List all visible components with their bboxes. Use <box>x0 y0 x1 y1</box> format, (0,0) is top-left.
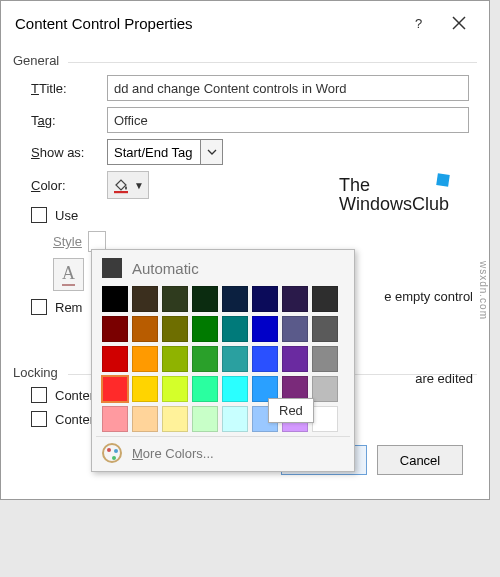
automatic-label: Automatic <box>132 260 199 277</box>
color-swatch[interactable] <box>102 316 128 342</box>
color-swatch[interactable] <box>132 346 158 372</box>
color-swatch[interactable] <box>222 406 248 432</box>
color-swatch[interactable] <box>102 286 128 312</box>
color-swatch[interactable] <box>102 346 128 372</box>
close-icon <box>452 16 466 30</box>
row-tag: Tag: <box>31 107 469 133</box>
color-swatch[interactable] <box>162 286 188 312</box>
tag-label: Tag: <box>31 113 101 128</box>
color-swatch[interactable] <box>162 316 188 342</box>
title-label: TTitle: <box>31 81 101 96</box>
group-general-label: General <box>13 53 477 68</box>
watermark-square-icon <box>436 173 450 187</box>
use-style-label-right: e empty control <box>384 289 473 304</box>
color-swatch[interactable] <box>252 286 278 312</box>
color-swatch[interactable] <box>282 286 308 312</box>
showas-dropdown-button[interactable] <box>200 140 222 164</box>
color-swatch[interactable] <box>222 376 248 402</box>
color-swatch[interactable] <box>132 376 158 402</box>
color-swatch[interactable] <box>132 406 158 432</box>
color-swatch[interactable] <box>192 346 218 372</box>
tag-input[interactable] <box>107 107 469 133</box>
color-tooltip: Red <box>268 398 314 423</box>
chevron-down-icon: ▼ <box>134 180 144 191</box>
color-swatch[interactable] <box>252 316 278 342</box>
color-swatch[interactable] <box>132 316 158 342</box>
color-swatch[interactable] <box>312 376 338 402</box>
close-button[interactable] <box>439 9 479 37</box>
titlebar: Content Control Properties ? <box>1 1 489 45</box>
watermark-windowsclub: The WindowsClub <box>339 176 449 214</box>
color-swatch[interactable] <box>162 346 188 372</box>
automatic-swatch-icon <box>102 258 122 278</box>
color-swatch[interactable] <box>312 406 338 432</box>
use-style-checkbox[interactable] <box>31 207 47 223</box>
help-icon: ? <box>412 14 426 32</box>
color-swatch[interactable] <box>312 316 338 342</box>
color-swatch[interactable] <box>252 346 278 372</box>
cancel-button[interactable]: Cancel <box>377 445 463 475</box>
color-swatch[interactable] <box>312 346 338 372</box>
color-swatch[interactable] <box>102 376 128 402</box>
color-swatch[interactable] <box>192 406 218 432</box>
new-style-button: A <box>53 258 84 291</box>
remove-label-left: Rem <box>55 300 82 315</box>
svg-text:?: ? <box>415 16 422 31</box>
row-showas: Show as: Start/End Tag <box>31 139 469 165</box>
color-button[interactable]: ▼ <box>107 171 149 199</box>
color-swatch[interactable] <box>192 316 218 342</box>
cannot-delete-checkbox[interactable] <box>31 387 47 403</box>
color-swatch[interactable] <box>162 406 188 432</box>
more-colors-label: More Colors... <box>132 446 214 461</box>
new-style-icon: A <box>62 263 75 286</box>
showas-label: Show as: <box>31 145 101 160</box>
palette-icon <box>102 443 122 463</box>
color-swatch[interactable] <box>102 406 128 432</box>
color-picker-popup: Automatic Red More Colors... <box>91 249 355 472</box>
remove-checkbox[interactable] <box>31 299 47 315</box>
color-swatch[interactable] <box>192 376 218 402</box>
style-label: Style <box>53 234 82 249</box>
help-button[interactable]: ? <box>399 9 439 37</box>
color-swatch[interactable] <box>222 286 248 312</box>
color-swatch[interactable] <box>132 286 158 312</box>
dialog-content-control-properties: Content Control Properties ? General TTi… <box>0 0 490 500</box>
remove-label-right: are edited <box>415 371 473 386</box>
source-watermark: wsxdn.com <box>478 261 489 320</box>
color-swatch[interactable] <box>222 346 248 372</box>
cannot-edit-checkbox[interactable] <box>31 411 47 427</box>
color-swatch[interactable] <box>222 316 248 342</box>
color-automatic-item[interactable]: Automatic <box>96 254 350 282</box>
title-input[interactable] <box>107 75 469 101</box>
showas-combo[interactable]: Start/End Tag <box>107 139 223 165</box>
more-colors-item[interactable]: More Colors... <box>96 436 350 467</box>
group-general-divider <box>68 62 477 63</box>
dialog-title: Content Control Properties <box>15 15 399 32</box>
color-swatch[interactable] <box>192 286 218 312</box>
color-swatch[interactable] <box>282 316 308 342</box>
color-swatch[interactable] <box>312 286 338 312</box>
color-swatch[interactable] <box>162 376 188 402</box>
color-swatch[interactable] <box>282 346 308 372</box>
use-style-label-left: Use <box>55 208 78 223</box>
row-title: TTitle: <box>31 75 469 101</box>
svg-rect-3 <box>114 191 128 193</box>
chevron-down-icon <box>207 149 217 155</box>
color-label: Color: <box>31 178 101 193</box>
paint-bucket-icon <box>112 176 130 194</box>
showas-value: Start/End Tag <box>108 145 200 160</box>
